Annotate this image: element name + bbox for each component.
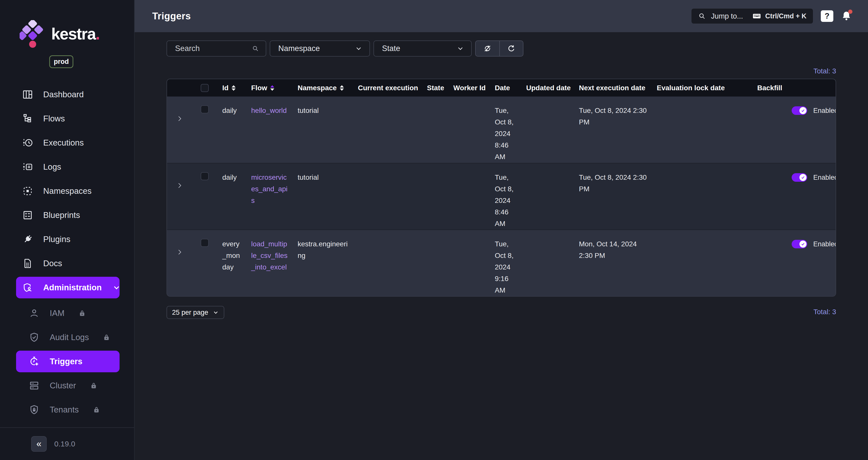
administration-submenu: IAM Audit Logs bbox=[16, 303, 120, 421]
cell-date: Tue, Oct 8, 2024 9:16 AM bbox=[490, 230, 521, 296]
row-checkbox[interactable] bbox=[201, 172, 209, 180]
enabled-toggle[interactable] bbox=[792, 240, 807, 248]
namespace-select-label: Namespace bbox=[278, 44, 320, 53]
enabled-toggle[interactable] bbox=[792, 173, 807, 182]
sidebar-menu: Dashboard Flows Executions Logs bbox=[0, 84, 134, 423]
logs-icon bbox=[22, 162, 33, 172]
state-select-label: State bbox=[382, 44, 400, 53]
kestra-logo-icon bbox=[20, 20, 46, 48]
cell-trigger-id: daily bbox=[217, 163, 246, 230]
shortcut-label: Ctrl/Cmd + K bbox=[765, 12, 806, 20]
sidebar-item-flows[interactable]: Flows bbox=[16, 108, 120, 130]
sidebar-item-label: Docs bbox=[43, 259, 62, 268]
sort-asc-icon bbox=[270, 85, 274, 91]
total-count-bottom: Total: 3 bbox=[813, 306, 836, 316]
shield-lock-icon bbox=[29, 404, 40, 415]
blueprints-icon bbox=[22, 210, 33, 221]
sidebar-item-docs[interactable]: Docs bbox=[16, 253, 120, 274]
row-expand-button[interactable] bbox=[167, 96, 192, 163]
cell-trigger-id: every_monday bbox=[217, 230, 246, 296]
table-toolbar bbox=[475, 40, 523, 57]
sidebar-item-label: Executions bbox=[43, 138, 84, 148]
header-flow[interactable]: Flow bbox=[246, 84, 292, 92]
sidebar-item-iam[interactable]: IAM bbox=[16, 303, 120, 324]
namespace-select[interactable]: Namespace bbox=[270, 40, 370, 57]
sidebar-item-executions[interactable]: Executions bbox=[16, 132, 120, 153]
row-select-cell bbox=[192, 96, 217, 163]
jump-to-label: Jump to... bbox=[711, 12, 743, 20]
cell-backfill bbox=[752, 163, 788, 230]
help-button[interactable]: ? bbox=[821, 10, 833, 22]
sidebar-item-plugins[interactable]: Plugins bbox=[16, 229, 120, 250]
table-row: daily microservices_and_apis tutorial Tu… bbox=[167, 163, 836, 230]
shield-check-icon bbox=[29, 332, 40, 343]
sidebar-item-dashboard[interactable]: Dashboard bbox=[16, 84, 120, 105]
refresh-button[interactable] bbox=[499, 41, 523, 56]
cell-date: Tue, Oct 8, 2024 8:46 AM bbox=[490, 96, 521, 163]
sidebar-item-logs[interactable]: Logs bbox=[16, 156, 120, 178]
sidebar-item-tenants[interactable]: Tenants bbox=[16, 399, 120, 421]
jump-to-search[interactable]: Jump to... Ctrl/Cmd + K bbox=[691, 8, 813, 24]
chevron-down-icon bbox=[456, 44, 465, 53]
table-footer: 25 per page Total: 3 bbox=[166, 306, 836, 319]
toggle-check-icon bbox=[800, 107, 806, 114]
cell-flow-link[interactable]: microservices_and_apis bbox=[246, 163, 292, 230]
enabled-toggle[interactable] bbox=[792, 106, 807, 115]
cell-flow-link[interactable]: load_multiple_csv_files_into_excel bbox=[246, 230, 292, 296]
page-size-select[interactable]: 25 per page bbox=[166, 306, 224, 319]
sidebar-item-cluster[interactable]: Cluster bbox=[16, 375, 120, 396]
sidebar-item-label: Namespaces bbox=[43, 186, 92, 196]
header-namespace[interactable]: Namespace bbox=[292, 84, 353, 92]
sidebar-item-label: Plugins bbox=[43, 234, 70, 244]
row-expand-button[interactable] bbox=[167, 163, 192, 230]
row-checkbox[interactable] bbox=[201, 239, 209, 247]
page-size-label: 25 per page bbox=[172, 309, 208, 316]
state-select[interactable]: State bbox=[373, 40, 472, 57]
sidebar-item-label: Cluster bbox=[50, 381, 76, 391]
sidebar-item-label: Audit Logs bbox=[50, 333, 89, 342]
cell-state bbox=[422, 96, 448, 163]
cell-flow-link[interactable]: hello_world bbox=[246, 96, 292, 163]
auto-refresh-off-icon bbox=[483, 44, 492, 53]
auto-refresh-off-button[interactable] bbox=[476, 41, 499, 56]
row-checkbox[interactable] bbox=[201, 105, 209, 113]
main-area: Triggers Jump to... Ctrl/Cmd + K ? bbox=[135, 0, 868, 460]
triggers-content: Namespace State bbox=[135, 32, 868, 460]
environment-badge: prod bbox=[49, 55, 73, 68]
header-current-execution: Current execution bbox=[353, 84, 422, 92]
table-header: Id Flow Namespace Current execution Stat… bbox=[167, 79, 836, 96]
sidebar-item-audit-logs[interactable]: Audit Logs bbox=[16, 326, 120, 348]
brand-name: kestra. bbox=[51, 25, 99, 43]
sidebar-item-triggers[interactable]: Triggers bbox=[16, 351, 120, 372]
lock-icon bbox=[90, 381, 98, 390]
lock-icon bbox=[78, 309, 86, 317]
cell-next-execution-date: Mon, Oct 14, 2024 2:30 PM bbox=[574, 230, 652, 296]
app-version: 0.19.0 bbox=[54, 440, 75, 448]
cell-updated-date bbox=[521, 96, 574, 163]
sidebar-collapse-button[interactable]: « bbox=[31, 436, 47, 452]
row-expand-button[interactable] bbox=[167, 230, 192, 296]
sidebar-item-namespaces[interactable]: Namespaces bbox=[16, 180, 120, 202]
sidebar-item-blueprints[interactable]: Blueprints bbox=[16, 204, 120, 226]
logo-block: kestra. prod bbox=[0, 0, 134, 68]
executions-icon bbox=[22, 137, 33, 148]
chevron-down-icon bbox=[112, 283, 121, 292]
toggle-check-icon bbox=[800, 174, 806, 181]
header-id[interactable]: Id bbox=[217, 84, 246, 92]
header-select-all bbox=[192, 84, 217, 92]
server-icon bbox=[29, 380, 40, 391]
sidebar-item-label: IAM bbox=[50, 309, 65, 318]
sidebar-item-administration[interactable]: Administration bbox=[16, 277, 120, 298]
sidebar-item-label: Tenants bbox=[50, 405, 79, 414]
refresh-icon bbox=[507, 44, 516, 53]
cell-next-execution-date: Tue, Oct 8, 2024 2:30 PM bbox=[574, 163, 652, 230]
chevron-down-icon bbox=[212, 309, 219, 316]
notifications-button[interactable] bbox=[841, 10, 852, 22]
cell-enabled: Enabled bbox=[788, 230, 836, 296]
select-all-checkbox[interactable] bbox=[201, 84, 209, 92]
search-input[interactable] bbox=[175, 44, 252, 53]
header-next-execution-date: Next execution date bbox=[574, 84, 652, 92]
cell-current-execution bbox=[353, 163, 422, 230]
search-field bbox=[166, 40, 266, 57]
chevron-down-icon bbox=[354, 44, 363, 53]
